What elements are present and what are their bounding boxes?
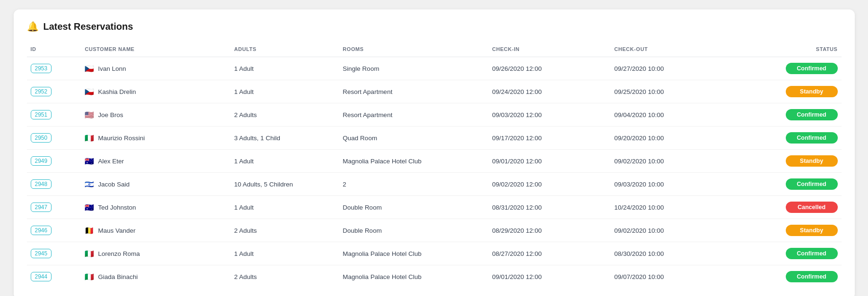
cell-name: 🇦🇺Alex Eter	[81, 150, 230, 173]
cell-id: 2948	[27, 173, 81, 196]
table-row[interactable]: 2950🇮🇹Maurizio Rossini3 Adults, 1 ChildQ…	[27, 127, 842, 150]
flag-icon: 🇺🇸	[85, 110, 94, 119]
cell-rooms: Resort Apartment	[339, 103, 488, 127]
customer-name: Ted Johnston	[98, 204, 136, 211]
col-header-adults: ADULTS	[230, 42, 339, 57]
id-badge[interactable]: 2950	[31, 133, 52, 143]
col-header-checkout: CHECK-OUT	[610, 42, 733, 57]
id-badge[interactable]: 2944	[31, 272, 52, 281]
col-header-checkin: CHECK-IN	[488, 42, 610, 57]
table-row[interactable]: 2948🇮🇱Jacob Said10 Adults, 5 Children209…	[27, 173, 842, 196]
cell-name: 🇮🇹Maurizio Rossini	[81, 127, 230, 150]
id-badge[interactable]: 2948	[31, 179, 52, 189]
cell-adults: 2 Adults	[230, 265, 339, 288]
cell-id: 2953	[27, 57, 81, 80]
cell-name: 🇺🇸Joe Bros	[81, 103, 230, 127]
cell-checkout: 09/20/2020 10:00	[610, 127, 733, 150]
customer-name: Giada Binachi	[98, 273, 138, 280]
cell-name: 🇨🇿Kashia Drelin	[81, 80, 230, 103]
cell-rooms: Double Room	[339, 196, 488, 219]
table-header-row: ID CUSTOMER NAME ADULTS ROOMS CHECK-IN C…	[27, 42, 842, 57]
cell-checkout: 09/25/2020 10:00	[610, 80, 733, 103]
flag-icon: 🇨🇿	[85, 64, 94, 73]
status-badge: Cancelled	[786, 202, 838, 213]
status-badge: Confirmed	[786, 178, 838, 190]
flag-icon: 🇨🇿	[85, 87, 94, 96]
cell-rooms: Magnolia Palace Hotel Club	[339, 242, 488, 265]
reservations-card: 🔔 Latest Reservations ID CUSTOMER NAME A…	[14, 9, 855, 296]
cell-name: 🇧🇪Maus Vander	[81, 219, 230, 242]
cell-adults: 2 Adults	[230, 219, 339, 242]
cell-checkin: 08/29/2020 12:00	[488, 219, 610, 242]
cell-status: Confirmed	[733, 127, 842, 150]
status-badge: Confirmed	[786, 271, 838, 282]
status-badge: Confirmed	[786, 132, 838, 144]
bell-icon: 🔔	[27, 21, 39, 32]
table-row[interactable]: 2949🇦🇺Alex Eter1 AdultMagnolia Palace Ho…	[27, 150, 842, 173]
cell-adults: 1 Adult	[230, 150, 339, 173]
cell-id: 2950	[27, 127, 81, 150]
table-row[interactable]: 2944🇮🇹Giada Binachi2 AdultsMagnolia Pala…	[27, 265, 842, 288]
cell-name: 🇨🇿Ivan Lonn	[81, 57, 230, 80]
cell-adults: 1 Adult	[230, 242, 339, 265]
cell-rooms: Resort Apartment	[339, 80, 488, 103]
flag-icon: 🇦🇺	[85, 157, 94, 166]
status-badge: Standby	[786, 155, 838, 167]
customer-name: Lorenzo Roma	[98, 250, 140, 257]
cell-checkin: 09/02/2020 12:00	[488, 173, 610, 196]
cell-name: 🇮🇹Lorenzo Roma	[81, 242, 230, 265]
cell-checkin: 09/24/2020 12:00	[488, 80, 610, 103]
id-badge[interactable]: 2946	[31, 226, 52, 235]
cell-status: Confirmed	[733, 103, 842, 127]
cell-adults: 1 Adult	[230, 80, 339, 103]
cell-checkin: 09/01/2020 12:00	[488, 265, 610, 288]
cell-status: Confirmed	[733, 265, 842, 288]
customer-name: Maurizio Rossini	[98, 135, 145, 142]
cell-checkout: 10/24/2020 10:00	[610, 196, 733, 219]
cell-checkin: 09/26/2020 12:00	[488, 57, 610, 80]
table-row[interactable]: 2952🇨🇿Kashia Drelin1 AdultResort Apartme…	[27, 80, 842, 103]
id-badge[interactable]: 2952	[31, 87, 52, 96]
id-badge[interactable]: 2951	[31, 110, 52, 119]
flag-icon: 🇧🇪	[85, 226, 94, 235]
cell-checkin: 09/01/2020 12:00	[488, 150, 610, 173]
cell-status: Confirmed	[733, 242, 842, 265]
flag-icon: 🇮🇹	[85, 134, 94, 143]
cell-rooms: 2	[339, 173, 488, 196]
customer-name: Kashia Drelin	[98, 88, 136, 95]
col-header-rooms: ROOMS	[339, 42, 488, 57]
cell-checkout: 09/02/2020 10:00	[610, 219, 733, 242]
cell-rooms: Magnolia Palace Hotel Club	[339, 265, 488, 288]
id-badge[interactable]: 2945	[31, 249, 52, 258]
cell-name: 🇮🇹Giada Binachi	[81, 265, 230, 288]
col-header-name: CUSTOMER NAME	[81, 42, 230, 57]
cell-status: Standby	[733, 219, 842, 242]
cell-rooms: Single Room	[339, 57, 488, 80]
id-badge[interactable]: 2949	[31, 156, 52, 166]
cell-checkout: 08/30/2020 10:00	[610, 242, 733, 265]
cell-checkin: 08/31/2020 12:00	[488, 196, 610, 219]
col-header-status: STATUS	[733, 42, 842, 57]
flag-icon: 🇮🇹	[85, 249, 94, 258]
table-row[interactable]: 2946🇧🇪Maus Vander2 AdultsDouble Room08/2…	[27, 219, 842, 242]
cell-name: 🇮🇱Jacob Said	[81, 173, 230, 196]
status-badge: Standby	[786, 225, 838, 236]
col-header-id: ID	[27, 42, 81, 57]
card-header: 🔔 Latest Reservations	[27, 21, 842, 32]
cell-checkout: 09/27/2020 10:00	[610, 57, 733, 80]
cell-rooms: Quad Room	[339, 127, 488, 150]
id-badge[interactable]: 2947	[31, 203, 52, 212]
table-row[interactable]: 2951🇺🇸Joe Bros2 AdultsResort Apartment09…	[27, 103, 842, 127]
flag-icon: 🇦🇺	[85, 203, 94, 212]
cell-checkout: 09/04/2020 10:00	[610, 103, 733, 127]
cell-status: Cancelled	[733, 196, 842, 219]
table-row[interactable]: 2945🇮🇹Lorenzo Roma1 AdultMagnolia Palace…	[27, 242, 842, 265]
cell-id: 2949	[27, 150, 81, 173]
cell-status: Standby	[733, 150, 842, 173]
cell-id: 2947	[27, 196, 81, 219]
id-badge[interactable]: 2953	[31, 64, 52, 73]
flag-icon: 🇮🇱	[85, 180, 94, 189]
table-row[interactable]: 2947🇦🇺Ted Johnston1 AdultDouble Room08/3…	[27, 196, 842, 219]
table-row[interactable]: 2953🇨🇿Ivan Lonn1 AdultSingle Room09/26/2…	[27, 57, 842, 80]
cell-checkout: 09/02/2020 10:00	[610, 150, 733, 173]
